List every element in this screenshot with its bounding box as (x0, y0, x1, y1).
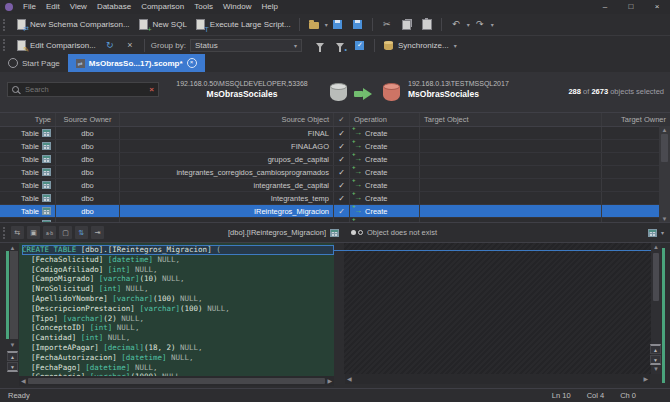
copy-button[interactable] (397, 17, 417, 33)
panel-splitter[interactable] (334, 243, 344, 388)
minimize-button[interactable]: – (592, 0, 618, 14)
grid-vertical-scrollbar[interactable]: ▲ ▼ (659, 126, 670, 223)
grid-row[interactable]: TabledboIReintegros_Migracion✓→Create (0, 205, 670, 218)
grid-row[interactable]: Tabledbogrupos_de_capital✓→Create (0, 153, 670, 166)
menu-window[interactable]: Window (218, 0, 256, 14)
row-checkbox[interactable]: ✓ (334, 166, 350, 178)
row-checkbox[interactable]: ✓ (334, 192, 350, 204)
search-input[interactable] (23, 84, 145, 95)
grid-scrollbar-thumb[interactable] (661, 134, 668, 162)
cell-source-owner: dbo (56, 140, 120, 152)
save-all-button[interactable] (348, 17, 368, 33)
open-file-button[interactable] (304, 17, 324, 33)
previous-difference-button[interactable]: ▲ (650, 344, 661, 354)
next-difference-button[interactable]: ▼ (650, 355, 661, 365)
menu-database[interactable]: Database (92, 0, 136, 14)
synchronize-button[interactable]: Synchronize... (379, 37, 453, 53)
menu-file[interactable]: File (18, 0, 41, 14)
table-view-icon[interactable] (648, 229, 657, 237)
search-clear-icon[interactable]: × (149, 85, 154, 94)
cut-button[interactable]: ✂ (377, 17, 397, 33)
tab-close-icon[interactable]: × (187, 58, 197, 68)
tab-start-page[interactable]: Start Page (0, 54, 68, 72)
compare-refresh-icon[interactable]: ⇆ (11, 226, 24, 239)
grid-body: TabledboFINAL✓→CreateTabledboFINALAGO✓→C… (0, 127, 670, 223)
sql-editor-target-empty[interactable] (344, 243, 651, 374)
column-header-type[interactable]: Type (0, 113, 56, 126)
status-message: Ready (8, 391, 30, 400)
row-checkbox[interactable]: ✓ (334, 179, 350, 191)
sql-editor-source[interactable]: CREATE TABLE [dbo].[IReintegros_Migracio… (19, 243, 334, 376)
cell-type: Table (0, 153, 56, 165)
column-header-checkbox[interactable]: ✓ (334, 113, 350, 126)
comparison-options-button[interactable]: ✓ (350, 37, 370, 53)
scrollbar-track[interactable] (354, 376, 642, 382)
scroll-up-icon[interactable]: ▲ (662, 126, 668, 134)
row-checkbox[interactable]: ✓ (334, 140, 350, 152)
save-button[interactable] (328, 17, 348, 33)
menu-edit[interactable]: Edit (41, 0, 65, 14)
previous-difference-button[interactable]: ▲ (7, 351, 18, 361)
target-scrollbar-thumb[interactable] (653, 253, 659, 301)
source-scrollbar-thumb[interactable] (10, 251, 18, 339)
stop-button[interactable]: × (120, 37, 140, 53)
tab-schema-comparison-document[interactable]: ⇄ MsObrasSo...17).scomp* × (68, 54, 205, 72)
menu-help[interactable]: Help (256, 0, 282, 14)
redo-button[interactable]: ↷ (470, 17, 490, 33)
target-database-label: MsObrasSociales (408, 89, 509, 99)
show-differences-icon[interactable]: ▣ (27, 226, 40, 239)
chevron-down-icon[interactable]: ▾ (661, 229, 664, 236)
group-by-select[interactable]: Status ▾ (190, 39, 302, 52)
menu-comparison[interactable]: Comparison (136, 0, 189, 14)
next-difference-button[interactable]: ▼ (7, 362, 18, 372)
scroll-down-icon[interactable]: ▼ (653, 365, 659, 373)
undo-button[interactable]: ↶ (446, 17, 466, 33)
grid-row[interactable]: TabledboFINAL✓→Create (0, 127, 670, 140)
grid-row[interactable]: Tabledbointegrantes_de_capital✓→Create (0, 179, 670, 192)
menu-view[interactable]: View (65, 0, 92, 14)
custom-filter-button[interactable]: • (330, 37, 350, 53)
target-horizontal-scrollbar[interactable]: ◀ ▶ (345, 374, 650, 384)
scrollbar-thumb[interactable] (28, 378, 326, 384)
create-operation-icon: → (354, 129, 362, 137)
scroll-down-icon[interactable]: ▼ (10, 342, 16, 348)
column-header-source-owner[interactable]: Source Owner (56, 113, 120, 126)
filter-button[interactable] (310, 37, 330, 53)
table-icon (42, 155, 51, 163)
sort-icon[interactable]: ⇅ (75, 226, 88, 239)
sql-code-line: [FechaSolicitud] [datetime] NULL, (22, 255, 334, 265)
row-checkbox[interactable]: ✓ (334, 205, 350, 217)
refresh-button[interactable]: ↻ (100, 37, 120, 53)
grid-row[interactable]: TabledboIntegrantes_temp✓→Create (0, 192, 670, 205)
column-header-target-object[interactable]: Target Object (420, 113, 602, 126)
scroll-left-icon[interactable]: ◀ (21, 377, 26, 385)
maximize-button[interactable]: □ (618, 0, 644, 14)
redo-dropdown[interactable]: ▾ (491, 21, 494, 28)
go-to-pane-icon[interactable]: ⇥ (91, 226, 104, 239)
synchronize-dropdown[interactable]: ▾ (454, 42, 457, 49)
close-button[interactable]: × (644, 0, 670, 14)
execute-large-script-button[interactable]: T Execute Large Script... (191, 17, 295, 33)
row-checkbox[interactable]: ✓ (334, 153, 350, 165)
new-sql-button[interactable]: + New SQL (134, 17, 191, 33)
source-scrollbar-diffmap[interactable]: ▲ ▼ ▲ ▼ (6, 243, 19, 388)
new-schema-comparison-button[interactable]: ⇄ New Schema Comparison... (11, 17, 134, 33)
edit-comparison-button[interactable]: ✎ Edit Comparison... (11, 37, 100, 53)
grid-row[interactable]: TabledboFINALAGO✓→Create (0, 140, 670, 153)
table-icon (42, 142, 51, 150)
scroll-left-icon[interactable]: ◀ (347, 375, 352, 383)
ignore-case-icon[interactable]: a·b (43, 226, 56, 239)
scroll-up-icon[interactable]: ▲ (653, 243, 659, 251)
split-view-icon[interactable]: ▢ (59, 226, 72, 239)
sql-code-line: [Cantidad] [int] NULL, (22, 333, 334, 343)
column-header-operation[interactable]: Operation (350, 113, 420, 126)
column-header-target-owner[interactable]: Target Owner (602, 113, 670, 126)
source-horizontal-scrollbar[interactable]: ◀ ▶ (19, 376, 334, 386)
scroll-right-icon[interactable]: ▶ (327, 377, 332, 385)
column-header-source-object[interactable]: Source Object (120, 113, 334, 126)
scroll-right-icon[interactable]: ▶ (643, 375, 648, 383)
paste-button[interactable] (417, 17, 437, 33)
menu-tools[interactable]: Tools (189, 0, 218, 14)
grid-row[interactable]: Tabledbointegrantes_corregidos_cambiospr… (0, 166, 670, 179)
row-checkbox[interactable]: ✓ (334, 127, 350, 139)
